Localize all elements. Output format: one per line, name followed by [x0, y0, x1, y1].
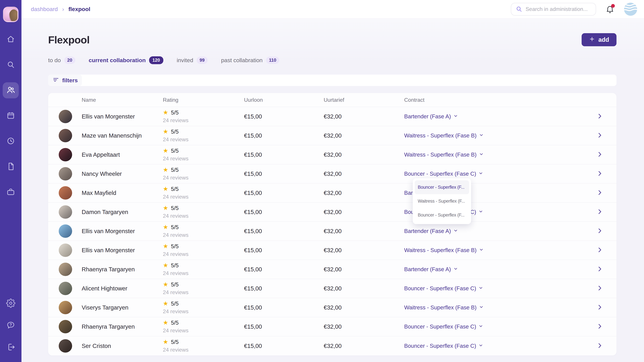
table-row[interactable]: Ellis van Morgenster 5/5 24 reviews €15,… — [48, 107, 616, 126]
tab-past-collabration[interactable]: past collabration110 — [221, 57, 279, 64]
uurtarief-value: €32,00 — [324, 247, 404, 254]
rating-value: 5/5 — [171, 243, 178, 250]
table-row[interactable]: Maze van Manenschijn 5/5 24 reviews €15,… — [48, 126, 616, 145]
chevron-right-icon — [596, 208, 603, 216]
briefcase-icon — [6, 187, 16, 197]
contract-select[interactable]: Bouncer - Superflex (Fase C) — [404, 343, 590, 349]
table-row[interactable]: Ellis van Morgenster 5/5 24 reviews €15,… — [48, 241, 616, 260]
uurloon-value: €15,00 — [244, 323, 324, 330]
contract-select[interactable]: Waitress - Superflex (Fase B) — [404, 132, 590, 139]
table-row[interactable]: Rhaenyra Targaryen 5/5 24 reviews €15,00… — [48, 260, 616, 279]
contract-select[interactable]: Bouncer - Superflex (Fase C) — [404, 324, 590, 330]
sidebar-item-search[interactable] — [3, 57, 19, 73]
chevron-down-icon — [478, 343, 483, 349]
row-detail-button[interactable] — [590, 113, 610, 120]
uurloon-value: €15,00 — [244, 228, 324, 234]
sidebar-item-jobs[interactable] — [3, 184, 19, 200]
contract-select[interactable]: Bartender (Fase A) — [404, 113, 590, 120]
row-detail-button[interactable] — [590, 266, 610, 273]
sidebar-item-home[interactable] — [3, 31, 19, 47]
add-button[interactable]: add — [582, 33, 616, 46]
sidebar-item-settings[interactable] — [3, 296, 19, 312]
search-input[interactable] — [526, 6, 596, 12]
sidebar-item-help[interactable]: ? — [3, 318, 19, 334]
table-row[interactable]: Max Mayfield 5/5 24 reviews €15,00 €32,0… — [48, 184, 616, 203]
row-detail-button[interactable] — [590, 189, 610, 197]
rating-value: 5/5 — [171, 301, 178, 307]
dropdown-option[interactable]: Bouncer - Superflex (F... — [415, 180, 469, 194]
uurloon-value: €15,00 — [244, 266, 324, 273]
dropdown-option[interactable]: Waitress - Superflex (F... — [415, 194, 469, 208]
notifications-button[interactable] — [606, 4, 614, 14]
table-row[interactable]: Alicent Hightower 5/5 24 reviews €15,00 … — [48, 279, 616, 298]
dropdown-option[interactable]: Bouncer - Superflex (F... — [415, 208, 469, 222]
row-detail-button[interactable] — [590, 323, 610, 330]
row-detail-button[interactable] — [590, 170, 610, 177]
contract-select[interactable]: Bartender (Fase A) — [404, 266, 590, 273]
table-row[interactable]: Viserys Targaryen 5/5 24 reviews €15,00 … — [48, 298, 616, 317]
rating-cell: 5/5 24 reviews — [163, 186, 244, 200]
row-detail-button[interactable] — [590, 227, 610, 235]
avatar — [59, 167, 72, 180]
sidebar-item-documents[interactable] — [3, 159, 19, 175]
sidebar: ? — [0, 0, 22, 362]
sidebar-item-hours[interactable] — [3, 133, 19, 149]
table-row[interactable]: Eva Appeltaart 5/5 24 reviews €15,00 €32… — [48, 145, 616, 164]
row-detail-button[interactable] — [590, 132, 610, 139]
table-row[interactable]: Ellis van Morgenster 5/5 24 reviews €15,… — [48, 222, 616, 241]
rating-cell: 5/5 24 reviews — [163, 129, 244, 143]
uurtarief-value: €32,00 — [324, 304, 404, 311]
row-detail-button[interactable] — [590, 342, 610, 350]
contract-select[interactable]: Waitress - Superflex (Fase B) — [404, 151, 590, 158]
row-detail-button[interactable] — [590, 208, 610, 216]
rating-value: 5/5 — [171, 109, 178, 116]
rating-value: 5/5 — [171, 281, 178, 288]
table-row[interactable]: Rhaenyra Targaryen 5/5 24 reviews €15,00… — [48, 317, 616, 336]
user-avatar[interactable] — [3, 7, 18, 22]
bell-icon — [606, 12, 614, 14]
contract-select[interactable]: Waitress - Superflex (Fase B) — [404, 247, 590, 253]
uurloon-value: €15,00 — [244, 113, 324, 120]
contract-select[interactable]: Waitress - Superflex (Fase B) — [404, 304, 590, 311]
uurloon-value: €15,00 — [244, 190, 324, 196]
table-row[interactable]: Damon Targaryen 5/5 24 reviews €15,00 €3… — [48, 203, 616, 222]
tab-count-badge: 99 — [196, 57, 208, 64]
uurloon-value: €15,00 — [244, 343, 324, 349]
tab-to-do[interactable]: to do20 — [48, 57, 75, 64]
employee-name: Nancy Wheeler — [82, 170, 163, 177]
chevron-down-icon — [453, 113, 458, 120]
tab-invited[interactable]: invited99 — [177, 57, 208, 64]
clock-icon — [6, 136, 16, 146]
chevron-right-icon — [596, 323, 603, 330]
main-content: Flexpool add to do20current collaboratio… — [22, 18, 644, 362]
sidebar-item-flexpool[interactable] — [3, 82, 19, 98]
contract-select[interactable]: Bouncer - Superflex (Fase C) — [404, 285, 590, 292]
star-icon — [163, 109, 168, 116]
tab-current-collaboration[interactable]: current collaboration120 — [89, 56, 163, 64]
uurtarief-value: €32,00 — [324, 151, 404, 158]
brand-logo — [624, 2, 637, 16]
chevron-right-icon — [596, 132, 603, 139]
contract-select[interactable]: Bartender (Fase A) — [404, 228, 590, 234]
reviews-count: 24 reviews — [163, 117, 244, 123]
sidebar-item-calendar[interactable] — [3, 108, 19, 124]
breadcrumb-dashboard[interactable]: dashboard — [31, 6, 58, 12]
users-icon — [6, 85, 16, 95]
filters-button[interactable]: filters — [48, 75, 82, 86]
chevron-down-icon — [479, 132, 484, 139]
table-row[interactable]: Nancy Wheeler 5/5 24 reviews €15,00 €32,… — [48, 164, 616, 184]
row-detail-button[interactable] — [590, 151, 610, 158]
row-detail-button[interactable] — [590, 285, 610, 292]
employee-name: Ser Criston — [82, 343, 163, 349]
reviews-count: 24 reviews — [163, 251, 244, 257]
contract-select[interactable]: Bouncer - Superflex (Fase C) — [404, 171, 590, 177]
employee-name: Maze van Manenschijn — [82, 132, 163, 139]
rating-value: 5/5 — [171, 262, 178, 269]
admin-search[interactable] — [511, 3, 596, 15]
table-row[interactable]: Ser Criston 5/5 24 reviews €15,00 €32,00… — [48, 336, 616, 356]
row-detail-button[interactable] — [590, 304, 610, 311]
help-bubble-icon: ? — [6, 321, 16, 331]
contract-value: Waitress - Superflex (Fase B) — [404, 304, 477, 311]
sidebar-item-logout[interactable] — [3, 339, 19, 356]
row-detail-button[interactable] — [590, 247, 610, 254]
